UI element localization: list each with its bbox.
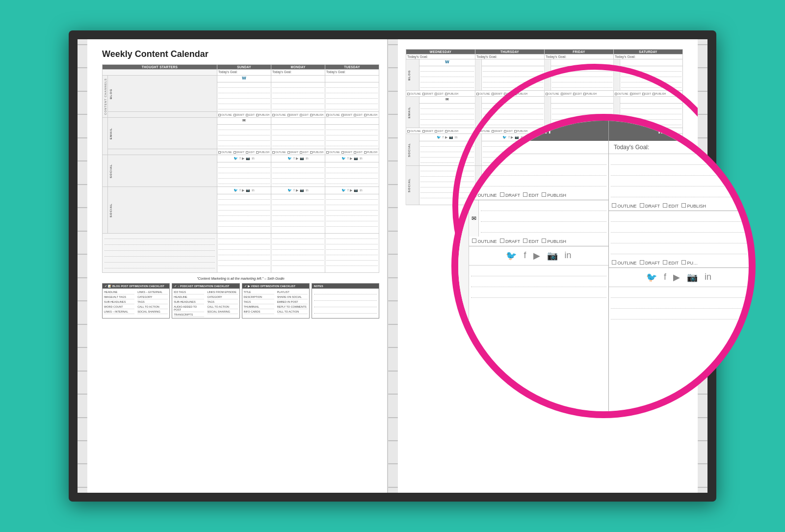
- email-icon-sunday: ✉: [217, 118, 271, 125]
- blog-cb-sunday[interactable]: OUTLINE DRAFT EDIT PUBLISH: [217, 112, 271, 118]
- right-social1-content-sat[interactable]: [620, 141, 683, 166]
- right-social1-label-2: [475, 134, 481, 166]
- blog-checkbox-row: OUTLINE DRAFT EDIT PUBLISH OUTLINE DRAFT…: [103, 112, 379, 118]
- youtube-icon: ▶: [242, 157, 244, 160]
- right-social1-content-wed[interactable]: [419, 141, 475, 166]
- email-icon-row: EMAIL ✉: [103, 118, 379, 125]
- email-cb-sunday[interactable]: OUTLINE DRAFT EDIT PUBLISH: [217, 149, 271, 155]
- right-email-cb-thu[interactable]: OUTLINE DRAFT EDIT PUBLISH: [475, 128, 544, 134]
- extra-sunday[interactable]: [217, 234, 271, 273]
- right-social2-sat[interactable]: [620, 166, 683, 205]
- vc-tags: TAGS: [244, 299, 274, 304]
- friday-header: FRIDAY: [544, 50, 613, 54]
- right-email-label-2: [475, 97, 481, 128]
- pc-headline: HEADLINE: [174, 294, 204, 299]
- thought-starters-row: [103, 234, 379, 273]
- right-social2-thu[interactable]: [482, 166, 545, 205]
- social1-content-sunday[interactable]: [217, 162, 271, 187]
- right-blog-content-sat[interactable]: [620, 66, 683, 91]
- right-blog-content-wed[interactable]: [419, 66, 475, 91]
- fri-goal[interactable]: Today's Goal:: [544, 54, 613, 59]
- left-page: Weekly Content Calendar THOUGHT STARTERS…: [87, 39, 388, 493]
- blog-cb-tuesday[interactable]: OUTLINE DRAFT EDIT PUBLISH: [325, 112, 379, 118]
- right-email-cb-row: OUTLINE DRAFT EDIT PUBLISH OUTLINE DRAFT…: [406, 128, 683, 134]
- right-blog-content-thu[interactable]: [482, 66, 545, 91]
- blog-content-tuesday[interactable]: [325, 82, 379, 112]
- vc-info: INFO CARDS: [244, 309, 274, 314]
- notes-content[interactable]: [312, 289, 379, 313]
- spine-left: [78, 39, 87, 493]
- twitter-icon-t: 🐦: [341, 157, 346, 160]
- social2-label: SOCIAL: [108, 187, 217, 234]
- extra-monday[interactable]: [271, 234, 325, 273]
- right-email-content-fri[interactable]: [551, 104, 614, 128]
- thu-goal[interactable]: Today's Goal:: [475, 54, 544, 59]
- right-email-content-sat[interactable]: [620, 104, 683, 128]
- social1-content-tuesday[interactable]: [325, 162, 379, 187]
- pc-sub: SUB-HEADLINES: [174, 299, 204, 304]
- email-cb-monday[interactable]: OUTLINE DRAFT EDIT PUBLISH: [271, 149, 325, 155]
- right-blog-cb-wed[interactable]: OUTLINE DRAFT EDIT PUBLISH: [406, 91, 475, 97]
- email-content-tuesday[interactable]: [325, 125, 379, 149]
- right-email-content-thu[interactable]: [482, 104, 545, 128]
- right-blog-cb-thu[interactable]: OUTLINE DRAFT EDIT PUBLISH: [475, 91, 544, 97]
- sat-goal[interactable]: Today's Goal:: [613, 54, 682, 59]
- social1-label: SOCIAL: [108, 155, 217, 187]
- right-calendar-table: WEDNESDAY THURSDAY FRIDAY SATURDAY Today…: [406, 49, 683, 205]
- pc-id3: ID3 TAGS: [174, 290, 204, 294]
- extra-tuesday[interactable]: [325, 234, 379, 273]
- content-channels-label-3: [103, 155, 108, 187]
- monday-goal[interactable]: Today's Goal:: [271, 70, 325, 76]
- email-content-sunday[interactable]: [217, 125, 271, 149]
- blog-content-monday[interactable]: [271, 82, 325, 112]
- blog-cb-monday[interactable]: OUTLINE DRAFT EDIT PUBLISH: [271, 112, 325, 118]
- right-social1-label-4: [613, 134, 620, 166]
- social2-icons-sunday: 🐦 f ▶ 📷 in: [217, 187, 271, 194]
- right-blog-icon-row: BLOG 𝗪: [406, 59, 683, 66]
- right-email-cb-wed[interactable]: OUTLINE DRAFT EDIT PUBLISH: [406, 128, 475, 134]
- linkedin-icon-t: in: [360, 157, 362, 160]
- spine-center: [388, 39, 398, 493]
- wed-goal[interactable]: Today's Goal:: [406, 54, 475, 59]
- right-email-icon-row: EMAIL ✉: [406, 97, 683, 104]
- monday-header: MONDAY: [271, 65, 325, 70]
- vc-reply: REPLY TO COMMENTS: [277, 304, 308, 309]
- video-checklist: ✓ ▶ VIDEO OPTIMIZATION CHECKLIST TITLE D…: [242, 283, 310, 319]
- right-blog-content-fri[interactable]: [551, 66, 614, 91]
- twitter-icon-m: 🐦: [288, 157, 292, 160]
- email-cb-tuesday[interactable]: OUTLINE DRAFT EDIT PUBLISH: [325, 149, 379, 155]
- right-social1-content-fri[interactable]: [551, 141, 614, 166]
- cl-cta: CALL TO ACTION: [137, 304, 168, 309]
- pc-tags: TAGS: [207, 299, 237, 304]
- right-blog-cb-sat[interactable]: OUTLINE DRAFT EDIT PUBLISH: [613, 91, 682, 97]
- right-quote: "Content is the reason search began in t…: [406, 209, 683, 213]
- social2-content-sunday[interactable]: [217, 194, 271, 234]
- social1-icons-row: SOCIAL 🐦 f ▶ 📷 in 🐦 f: [103, 155, 379, 162]
- right-blog-cb-fri[interactable]: OUTLINE DRAFT EDIT PUBLISH: [544, 91, 613, 97]
- tuesday-header: TUESDAY: [325, 65, 379, 70]
- pc-cta: CALL TO ACTION: [207, 304, 237, 309]
- right-email-cb-fri[interactable]: OUTLINE DRAFT EDIT PUBLISH: [544, 128, 613, 134]
- right-social2-wed[interactable]: [419, 166, 475, 205]
- blog-wp-sunday: 𝗪: [217, 76, 271, 82]
- social2-content-tuesday[interactable]: [325, 194, 379, 234]
- cl-word-count: WORD COUNT: [104, 304, 134, 309]
- linkedin-icon-s2: in: [252, 188, 254, 192]
- linkedin-icon-m: in: [306, 157, 308, 160]
- right-social1-label: SOCIAL: [406, 134, 419, 166]
- right-page: WEDNESDAY THURSDAY FRIDAY SATURDAY Today…: [398, 39, 698, 493]
- tuesday-goal[interactable]: Today's Goal:: [325, 70, 379, 76]
- social1-icons-tuesday: 🐦 f ▶ 📷 in: [325, 155, 379, 162]
- right-email-content-wed[interactable]: [419, 104, 475, 128]
- blog-checklist-title: ✓ 📝 BLOG POST OPTIMIZATION CHECKLIST: [103, 284, 169, 289]
- right-social1-content-thu[interactable]: [482, 141, 545, 166]
- blog-label-2: [108, 112, 217, 118]
- right-email-cb-sat[interactable]: OUTLINE DRAFT EDIT PUBLISH: [613, 128, 682, 134]
- email-content-monday[interactable]: [271, 125, 325, 149]
- blog-content-sunday[interactable]: [217, 82, 271, 112]
- right-goal-row: Today's Goal: Today's Goal: Today's Goal…: [406, 54, 683, 59]
- social2-content-monday[interactable]: [271, 194, 325, 234]
- right-social2-fri[interactable]: [551, 166, 614, 205]
- social1-content-monday[interactable]: [271, 162, 325, 187]
- sunday-goal[interactable]: Today's Goal:: [217, 70, 271, 76]
